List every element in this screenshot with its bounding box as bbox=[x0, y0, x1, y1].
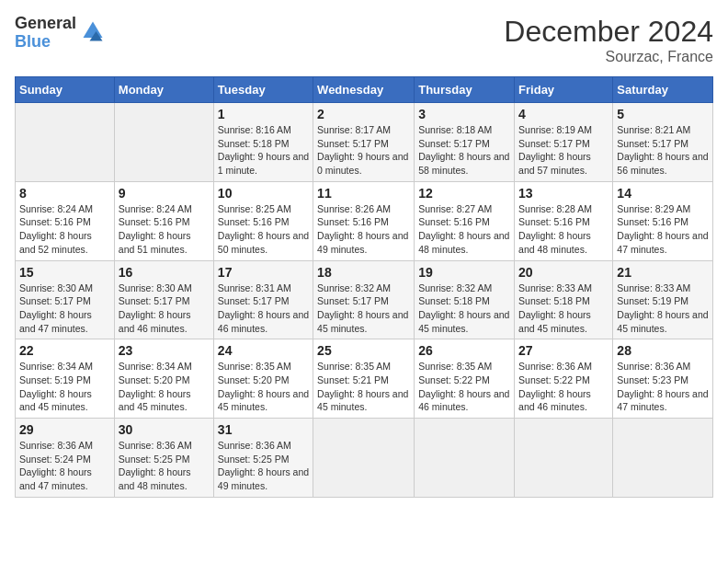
week-row: 1Sunrise: 8:16 AMSunset: 5:18 PMDaylight… bbox=[16, 103, 713, 182]
day-number: 2 bbox=[317, 107, 410, 121]
day-number: 14 bbox=[617, 186, 709, 201]
day-detail: Sunrise: 8:25 AMSunset: 5:16 PMDaylight:… bbox=[218, 202, 309, 257]
page-header: General Blue December 2024 Sourzac, Fran… bbox=[15, 15, 713, 65]
calendar-cell: 17Sunrise: 8:31 AMSunset: 5:17 PMDayligh… bbox=[213, 260, 313, 339]
day-number: 16 bbox=[119, 265, 210, 280]
day-detail: Sunrise: 8:32 AMSunset: 5:17 PMDaylight:… bbox=[317, 282, 410, 336]
day-number: 22 bbox=[19, 343, 110, 358]
day-detail: Sunrise: 8:36 AMSunset: 5:24 PMDaylight:… bbox=[19, 439, 110, 493]
week-row: 15Sunrise: 8:30 AMSunset: 5:17 PMDayligh… bbox=[16, 260, 713, 339]
logo-general: General bbox=[15, 15, 76, 33]
day-number: 31 bbox=[218, 422, 309, 437]
calendar-cell: 14Sunrise: 8:29 AMSunset: 5:16 PMDayligh… bbox=[613, 181, 713, 260]
day-detail: Sunrise: 8:30 AMSunset: 5:17 PMDaylight:… bbox=[19, 282, 110, 336]
logo-text: General Blue bbox=[15, 15, 76, 52]
day-detail: Sunrise: 8:35 AMSunset: 5:21 PMDaylight:… bbox=[317, 360, 410, 414]
day-number: 1 bbox=[218, 107, 309, 121]
day-number: 17 bbox=[218, 265, 309, 280]
calendar-cell: 9Sunrise: 8:24 AMSunset: 5:16 PMDaylight… bbox=[114, 181, 213, 260]
calendar-table: SundayMondayTuesdayWednesdayThursdayFrid… bbox=[15, 76, 713, 498]
header-row: SundayMondayTuesdayWednesdayThursdayFrid… bbox=[16, 77, 713, 103]
logo-icon bbox=[80, 18, 106, 44]
day-detail: Sunrise: 8:28 AMSunset: 5:16 PMDaylight:… bbox=[518, 202, 609, 257]
day-number: 29 bbox=[19, 422, 110, 437]
day-detail: Sunrise: 8:33 AMSunset: 5:19 PMDaylight:… bbox=[617, 282, 709, 336]
week-row: 29Sunrise: 8:36 AMSunset: 5:24 PMDayligh… bbox=[16, 419, 713, 498]
day-detail: Sunrise: 8:34 AMSunset: 5:19 PMDaylight:… bbox=[19, 360, 110, 414]
day-detail: Sunrise: 8:16 AMSunset: 5:18 PMDaylight:… bbox=[218, 123, 309, 178]
calendar-cell bbox=[16, 103, 115, 182]
day-detail: Sunrise: 8:33 AMSunset: 5:18 PMDaylight:… bbox=[518, 282, 609, 336]
calendar-cell bbox=[415, 419, 515, 498]
day-detail: Sunrise: 8:19 AMSunset: 5:17 PMDaylight:… bbox=[518, 123, 609, 178]
calendar-cell: 22Sunrise: 8:34 AMSunset: 5:19 PMDayligh… bbox=[16, 339, 115, 419]
calendar-cell: 18Sunrise: 8:32 AMSunset: 5:17 PMDayligh… bbox=[313, 260, 415, 339]
day-number: 8 bbox=[19, 186, 110, 201]
day-detail: Sunrise: 8:36 AMSunset: 5:22 PMDaylight:… bbox=[518, 360, 609, 414]
day-detail: Sunrise: 8:27 AMSunset: 5:16 PMDaylight:… bbox=[418, 202, 510, 257]
header-saturday: Saturday bbox=[613, 77, 713, 103]
logo: General Blue bbox=[15, 15, 106, 52]
day-number: 9 bbox=[119, 186, 210, 201]
day-number: 3 bbox=[418, 107, 510, 121]
day-number: 5 bbox=[617, 107, 709, 121]
day-number: 23 bbox=[119, 343, 210, 358]
day-detail: Sunrise: 8:36 AMSunset: 5:23 PMDaylight:… bbox=[617, 360, 709, 414]
week-row: 22Sunrise: 8:34 AMSunset: 5:19 PMDayligh… bbox=[16, 339, 713, 419]
day-number: 18 bbox=[317, 265, 410, 280]
day-number: 27 bbox=[518, 343, 609, 358]
day-detail: Sunrise: 8:35 AMSunset: 5:20 PMDaylight:… bbox=[218, 360, 309, 414]
day-detail: Sunrise: 8:17 AMSunset: 5:17 PMDaylight:… bbox=[317, 123, 410, 178]
day-number: 21 bbox=[617, 265, 709, 280]
day-detail: Sunrise: 8:24 AMSunset: 5:16 PMDaylight:… bbox=[119, 202, 210, 257]
calendar-cell: 30Sunrise: 8:36 AMSunset: 5:25 PMDayligh… bbox=[114, 419, 213, 498]
day-number: 24 bbox=[218, 343, 309, 358]
header-friday: Friday bbox=[515, 77, 613, 103]
calendar-cell: 2Sunrise: 8:17 AMSunset: 5:17 PMDaylight… bbox=[313, 103, 415, 182]
calendar-header: SundayMondayTuesdayWednesdayThursdayFrid… bbox=[16, 77, 713, 103]
header-thursday: Thursday bbox=[415, 77, 515, 103]
calendar-cell: 13Sunrise: 8:28 AMSunset: 5:16 PMDayligh… bbox=[515, 181, 613, 260]
calendar-cell: 25Sunrise: 8:35 AMSunset: 5:21 PMDayligh… bbox=[313, 339, 415, 419]
calendar-cell: 11Sunrise: 8:26 AMSunset: 5:16 PMDayligh… bbox=[313, 181, 415, 260]
day-number: 28 bbox=[617, 343, 709, 358]
day-detail: Sunrise: 8:31 AMSunset: 5:17 PMDaylight:… bbox=[218, 282, 309, 336]
day-number: 19 bbox=[418, 265, 510, 280]
calendar-cell: 24Sunrise: 8:35 AMSunset: 5:20 PMDayligh… bbox=[213, 339, 313, 419]
calendar-cell: 5Sunrise: 8:21 AMSunset: 5:17 PMDaylight… bbox=[613, 103, 713, 182]
calendar-cell: 10Sunrise: 8:25 AMSunset: 5:16 PMDayligh… bbox=[213, 181, 313, 260]
calendar-subtitle: Sourzac, France bbox=[504, 49, 713, 65]
day-detail: Sunrise: 8:36 AMSunset: 5:25 PMDaylight:… bbox=[119, 439, 210, 493]
header-tuesday: Tuesday bbox=[213, 77, 313, 103]
calendar-cell: 12Sunrise: 8:27 AMSunset: 5:16 PMDayligh… bbox=[415, 181, 515, 260]
calendar-title: December 2024 bbox=[504, 15, 713, 49]
calendar-cell: 8Sunrise: 8:24 AMSunset: 5:16 PMDaylight… bbox=[16, 181, 115, 260]
day-detail: Sunrise: 8:30 AMSunset: 5:17 PMDaylight:… bbox=[119, 282, 210, 336]
day-number: 11 bbox=[317, 186, 410, 201]
day-detail: Sunrise: 8:29 AMSunset: 5:16 PMDaylight:… bbox=[617, 202, 709, 257]
day-number: 25 bbox=[317, 343, 410, 358]
logo-blue: Blue bbox=[15, 33, 76, 52]
day-detail: Sunrise: 8:26 AMSunset: 5:16 PMDaylight:… bbox=[317, 202, 410, 257]
calendar-cell: 27Sunrise: 8:36 AMSunset: 5:22 PMDayligh… bbox=[515, 339, 613, 419]
calendar-cell: 29Sunrise: 8:36 AMSunset: 5:24 PMDayligh… bbox=[16, 419, 115, 498]
day-detail: Sunrise: 8:18 AMSunset: 5:17 PMDaylight:… bbox=[418, 123, 510, 178]
calendar-cell bbox=[613, 419, 713, 498]
calendar-cell: 4Sunrise: 8:19 AMSunset: 5:17 PMDaylight… bbox=[515, 103, 613, 182]
title-block: December 2024 Sourzac, France bbox=[504, 15, 713, 65]
svg-marker-0 bbox=[84, 21, 103, 38]
day-number: 30 bbox=[119, 422, 210, 437]
header-monday: Monday bbox=[114, 77, 213, 103]
day-number: 10 bbox=[218, 186, 309, 201]
calendar-body: 1Sunrise: 8:16 AMSunset: 5:18 PMDaylight… bbox=[16, 103, 713, 498]
day-number: 4 bbox=[518, 107, 609, 121]
calendar-cell bbox=[313, 419, 415, 498]
day-number: 13 bbox=[518, 186, 609, 201]
day-detail: Sunrise: 8:36 AMSunset: 5:25 PMDaylight:… bbox=[218, 439, 309, 493]
calendar-cell: 1Sunrise: 8:16 AMSunset: 5:18 PMDaylight… bbox=[213, 103, 313, 182]
calendar-cell: 23Sunrise: 8:34 AMSunset: 5:20 PMDayligh… bbox=[114, 339, 213, 419]
header-wednesday: Wednesday bbox=[313, 77, 415, 103]
calendar-cell: 21Sunrise: 8:33 AMSunset: 5:19 PMDayligh… bbox=[613, 260, 713, 339]
day-detail: Sunrise: 8:34 AMSunset: 5:20 PMDaylight:… bbox=[119, 360, 210, 414]
calendar-cell: 31Sunrise: 8:36 AMSunset: 5:25 PMDayligh… bbox=[213, 419, 313, 498]
